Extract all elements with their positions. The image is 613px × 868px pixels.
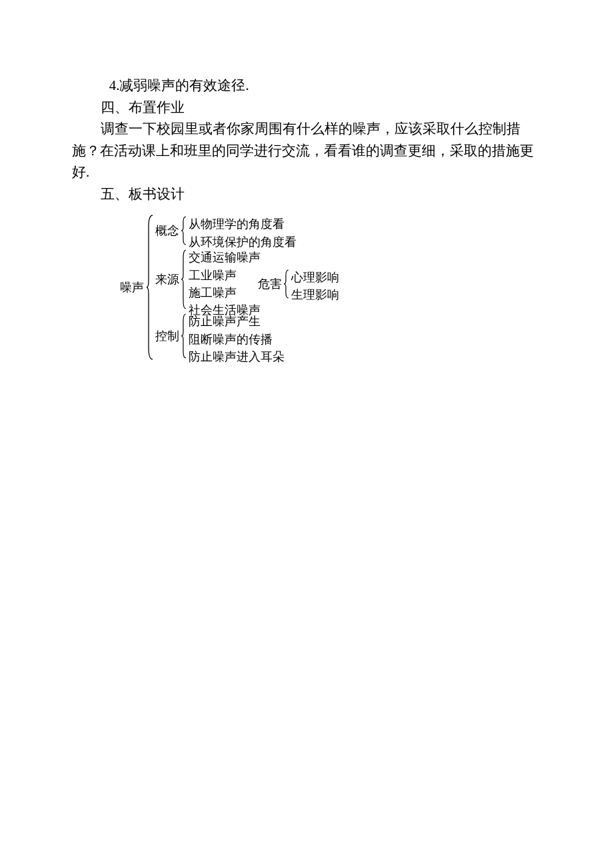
brace-icon bbox=[146, 214, 154, 361]
danger-item: 心理影响 bbox=[291, 269, 339, 286]
control-item: 阻断噪声的传播 bbox=[189, 331, 285, 348]
brace-icon bbox=[181, 215, 187, 246]
concept-item: 从物理学的角度看 bbox=[189, 215, 297, 233]
danger-label: 危害 bbox=[258, 276, 283, 292]
source-item: 交通运输噪声 bbox=[189, 249, 339, 266]
concept-item: 从环境保护的角度看 bbox=[189, 233, 297, 251]
board-diagram: 噪声 概念 从物理学的角度看 从环境保护的角度看 bbox=[120, 214, 541, 361]
source-label: 来源 bbox=[155, 271, 181, 287]
source-item: 工业噪声 bbox=[189, 267, 237, 284]
control-item: 防止噪声进入耳朵 bbox=[189, 348, 285, 365]
homework-text: 调查一下校园里或者你家周围有什么样的噪声，应该采取什么控制措施？在活动课上和班里… bbox=[72, 118, 541, 183]
brace-icon bbox=[181, 313, 187, 359]
source-item: 施工噪声 bbox=[189, 284, 237, 301]
brace-icon bbox=[283, 269, 290, 299]
control-label: 控制 bbox=[155, 328, 181, 344]
summary-point-4: 4.减弱噪声的有效途径. bbox=[72, 75, 541, 97]
control-item: 防止噪声产生 bbox=[189, 313, 285, 330]
root-label: 噪声 bbox=[120, 279, 145, 295]
concept-label: 概念 bbox=[155, 223, 181, 239]
section-heading-homework: 四、布置作业 bbox=[72, 97, 541, 119]
brace-icon bbox=[181, 249, 187, 310]
section-heading-board: 五、板书设计 bbox=[72, 183, 541, 205]
